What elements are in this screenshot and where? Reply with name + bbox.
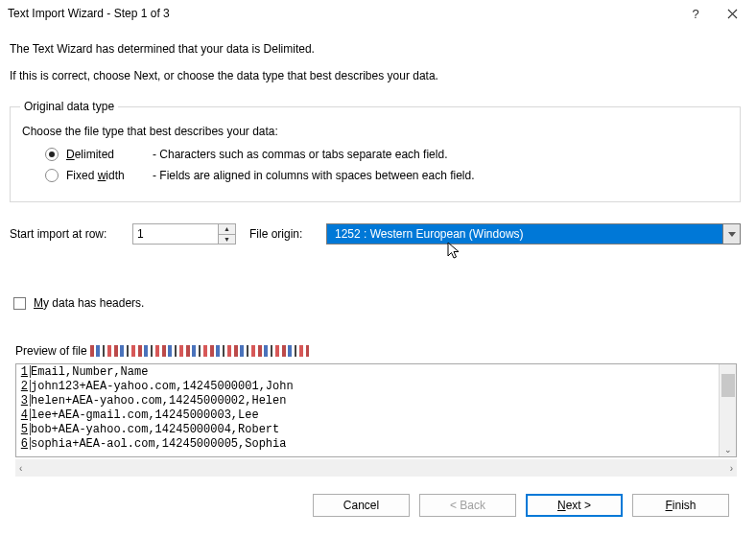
cancel-button[interactable]: Cancel (313, 494, 410, 517)
next-button[interactable]: Next > (526, 494, 623, 517)
radio-delimited-desc: - Characters such as commas or tabs sepa… (153, 148, 447, 161)
title-bar: Text Import Wizard - Step 1 of 3 ? (0, 0, 756, 27)
radio-fixed-desc: - Fields are aligned in columns with spa… (153, 169, 475, 182)
scroll-right-icon[interactable]: › (730, 463, 733, 474)
choose-label: Choose the file type that best describes… (22, 125, 730, 138)
spinner-down-icon[interactable]: ▼ (219, 235, 235, 245)
close-button[interactable] (714, 0, 750, 27)
radio-delimited-row[interactable]: Delimited - Characters such as commas or… (45, 148, 730, 161)
preview-line: 5bob+AEA-yahoo.com,14245000004,Robert (18, 423, 719, 437)
preview-label: Preview of file (15, 344, 743, 358)
group-legend: Original data type (20, 100, 118, 113)
scrollbar-thumb[interactable] (721, 374, 735, 397)
window-title: Text Import Wizard - Step 1 of 3 (8, 7, 677, 20)
help-button[interactable]: ? (677, 0, 714, 27)
chevron-down-icon (728, 232, 736, 237)
start-row-label: Start import at row: (10, 227, 132, 241)
radio-fixed-row[interactable]: Fixed width - Fields are aligned in colu… (45, 169, 730, 182)
scroll-down-icon[interactable]: ⌄ (720, 445, 736, 454)
preview-content[interactable]: 1Email,Number,Name 2john123+AEA-yahoo.co… (16, 364, 719, 456)
preview-vertical-scrollbar[interactable]: ⌄ (719, 364, 736, 456)
intro-text-2: If this is correct, choose Next, or choo… (10, 69, 743, 82)
preview-filename-redacted (90, 345, 309, 357)
preview-line: 4lee+AEA-gmail.com,14245000003,Lee (18, 408, 719, 423)
preview-box: 1Email,Number,Name 2john123+AEA-yahoo.co… (15, 363, 737, 457)
finish-button[interactable]: Finish (632, 494, 729, 517)
spinner-up-icon[interactable]: ▲ (219, 224, 235, 235)
file-origin-label: File origin: (249, 227, 326, 241)
start-row-spinner[interactable]: ▲ ▼ (132, 223, 236, 245)
import-row: Start import at row: ▲ ▼ File origin: 12… (10, 223, 741, 245)
headers-checkbox-row[interactable]: My data has headers. (13, 296, 743, 310)
file-origin-dropdown-button[interactable] (722, 224, 740, 244)
start-row-input[interactable] (133, 224, 218, 244)
preview-line: 1Email,Number,Name (18, 365, 719, 380)
close-icon (727, 9, 738, 19)
dialog-buttons: Cancel < Back Next > Finish (10, 494, 729, 517)
radio-delimited[interactable] (45, 148, 59, 161)
radio-fixed[interactable] (45, 169, 59, 182)
file-origin-value: 1252 : Western European (Windows) (327, 224, 722, 244)
preview-line: 2john123+AEA-yahoo.com,14245000001,John (18, 380, 719, 394)
preview-line: 6sophia+AEA-aol.com,14245000005,Sophia (18, 437, 719, 452)
scroll-left-icon[interactable]: ‹ (19, 463, 22, 474)
headers-label: My data has headers. (34, 296, 144, 310)
preview-line: 3helen+AEA-yahoo.com,14245000002,Helen (18, 394, 719, 408)
radio-delimited-label: Delimited (66, 148, 153, 161)
file-origin-select[interactable]: 1252 : Western European (Windows) (326, 223, 741, 245)
spinner-buttons[interactable]: ▲ ▼ (218, 224, 235, 244)
preview-horizontal-scrollbar[interactable]: ‹ › (15, 459, 737, 477)
radio-fixed-label: Fixed width (66, 169, 153, 182)
back-button: < Back (419, 494, 516, 517)
original-data-type-group: Original data type Choose the file type … (10, 100, 741, 202)
headers-checkbox[interactable] (13, 297, 26, 310)
intro-text-1: The Text Wizard has determined that your… (10, 42, 743, 56)
